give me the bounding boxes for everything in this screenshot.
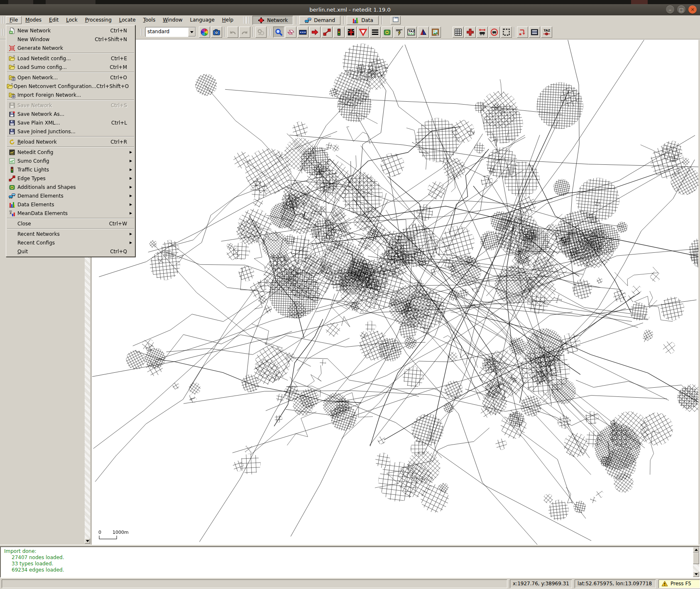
menu-item-generate-network[interactable]: Generate Network [7, 44, 135, 52]
geo-positions-button[interactable] [255, 27, 267, 38]
menu-item-icon-cell [7, 120, 17, 126]
decal-mode-button[interactable] [430, 27, 441, 38]
scroll-down-icon[interactable] [693, 572, 699, 577]
menubar-item-processing[interactable]: Processing [81, 16, 115, 24]
prohibition-mode-button[interactable] [357, 27, 369, 38]
menu-separator [7, 72, 134, 73]
selection-outline-button[interactable] [501, 27, 512, 38]
front-element-button[interactable] [517, 27, 528, 38]
supermode-data-button[interactable]: Data [347, 16, 379, 25]
menu-item-traffic-lights[interactable]: Traffic Lights▶ [7, 165, 135, 174]
scroll-up-icon[interactable] [693, 547, 699, 552]
submenu-arrow-icon: ▶ [130, 232, 135, 236]
wire-mode-button[interactable] [394, 27, 405, 38]
menu-item-open-netconvert-configuration[interactable]: Open Netconvert Configuration...Ctrl+Shi… [7, 82, 135, 90]
menu-item-label: Save Plain XML... [17, 120, 111, 126]
menu-item-recent-configs[interactable]: Recent Configs▶ [7, 238, 135, 247]
color-scheme-button[interactable] [199, 27, 210, 38]
supermode-network-button[interactable]: Network [252, 16, 293, 25]
menu-item-save-joined-junctions[interactable]: Save Joined Junctions... [7, 127, 135, 136]
scrollbar-thumb[interactable] [693, 552, 699, 564]
demand-cars-icon [305, 17, 311, 24]
connection-mode-button[interactable] [345, 27, 357, 38]
taz-rel-button[interactable]: TAZ [541, 27, 552, 38]
menubar-item-lock[interactable]: Lock [62, 16, 81, 24]
map-canvas[interactable] [92, 40, 698, 545]
menu-item-save-network-as[interactable]: Save Network As... [7, 110, 135, 118]
window-title: berlin.net.xml - netedit 1.19.0 [309, 7, 390, 13]
menu-item-close[interactable]: CloseCtrl+W [7, 219, 135, 228]
shape-mode-button[interactable] [418, 27, 429, 38]
traffic-light-mode-button[interactable] [333, 27, 345, 38]
menu-item-import-foreign-network[interactable]: Import Foreign Network... [7, 90, 135, 99]
inspect-mode-button[interactable] [273, 27, 284, 38]
undo-button[interactable] [227, 27, 238, 38]
menu-item-data-elements[interactable]: Data Elements▶ [7, 200, 135, 209]
menu-item-icon-cell [7, 149, 17, 156]
menu-item-new-window[interactable]: New WindowCtrl+Shift+N [7, 35, 135, 44]
menu-item-meandata-elements[interactable]: xMeanData Elements▶ [7, 209, 135, 218]
crossing-mode-button[interactable] [370, 27, 381, 38]
toolbar-separator [224, 27, 225, 37]
taz-mode-button[interactable]: TAZ [406, 27, 417, 38]
message-scrollbar[interactable] [693, 547, 699, 577]
menu-item-save-network[interactable]: Save NetworkCtrl+S [7, 101, 135, 110]
submenu-arrow-icon: ▶ [130, 168, 135, 171]
menu-item-reload-network[interactable]: Reload NetworkCtrl+R [7, 137, 135, 146]
undo-icon [229, 28, 237, 36]
menubar-item-help[interactable]: Help [218, 16, 237, 24]
toolbar-grip-icon[interactable] [1, 17, 5, 24]
menu-item-open-network[interactable]: Open Network...Ctrl+O [7, 73, 135, 82]
menu-item-recent-networks[interactable]: Recent Networks▶ [7, 230, 135, 238]
delete-mode-button[interactable] [285, 27, 296, 38]
supermode-demand-button[interactable]: Demand [299, 16, 340, 25]
menu-item-netedit-config[interactable]: Netedit Config▶ [7, 148, 135, 156]
select-mode-button[interactable] [297, 27, 308, 38]
submenu-arrow-icon: ▶ [130, 185, 135, 189]
menu-item-load-sumo-config[interactable]: Load Sumo config...Ctrl+M [7, 63, 135, 71]
scroll-down-icon[interactable] [85, 538, 90, 544]
toolbar-grip-icon[interactable] [268, 29, 272, 36]
vehicle-geometry-button[interactable] [489, 27, 500, 38]
screenshot-button[interactable] [211, 27, 222, 38]
menubar-item-modes[interactable]: Modes [22, 16, 45, 24]
close-button[interactable]: ✕ [688, 5, 697, 14]
menubar-item-locate[interactable]: Locate [115, 16, 140, 24]
vehicle-spacing-button[interactable] [477, 27, 488, 38]
menu-item-label: Additionals and Shapes [17, 184, 127, 190]
view-scheme-combo[interactable]: standard [145, 27, 196, 37]
menubar-item-edit[interactable]: Edit [45, 16, 62, 24]
move-mode-button[interactable] [309, 27, 321, 38]
toolbar-grip-icon[interactable] [1, 29, 5, 36]
menu-item-icon-cell [7, 184, 17, 191]
menubar-item-file[interactable]: File [6, 16, 22, 24]
menubar-item-window[interactable]: Window [159, 16, 186, 24]
maximize-button[interactable]: □ [677, 5, 685, 14]
menu-item-label: Load Sumo config... [17, 64, 110, 70]
menu-item-new-network[interactable]: New NetworkCtrl+N [7, 26, 135, 35]
frames-panel-button[interactable] [391, 16, 401, 24]
menu-item-save-plain-xml[interactable]: Save Plain XML...Ctrl+L [7, 118, 135, 127]
menu-item-edge-types[interactable]: Edge Types▶ [7, 174, 135, 183]
combo-dropdown-button[interactable] [188, 27, 196, 37]
supermode-label: Demand [314, 17, 335, 23]
additional-mode-button[interactable] [382, 27, 393, 38]
toolbar-grip-icon[interactable] [246, 17, 250, 24]
attributes-list-button[interactable] [529, 27, 540, 38]
menu-item-sumo-config[interactable]: Sumo Config▶ [7, 156, 135, 165]
toolbar-grip-icon[interactable] [141, 29, 144, 36]
junction-shape-button[interactable] [465, 27, 476, 38]
menu-item-icon-cell [7, 45, 17, 51]
menubar-item-tools[interactable]: Tools [140, 16, 159, 24]
minimize-button[interactable]: – [666, 5, 674, 14]
menu-item-label: Generate Network [17, 45, 127, 51]
menu-item-demand-elements[interactable]: Demand Elements▶ [7, 191, 135, 200]
grid-toggle-button[interactable] [453, 27, 464, 38]
menu-item-quit[interactable]: QuitCtrl+Q [7, 247, 135, 256]
menu-item-load-netedit-config[interactable]: Load Netedit config...Ctrl+E [7, 54, 135, 63]
redo-button[interactable] [239, 27, 250, 38]
create-edge-mode-button[interactable] [321, 27, 333, 38]
menu-item-additionals-and-shapes[interactable]: Additionals and Shapes▶ [7, 183, 135, 191]
menubar-item-language[interactable]: Language [186, 16, 218, 24]
car-arrows-icon [478, 28, 486, 36]
